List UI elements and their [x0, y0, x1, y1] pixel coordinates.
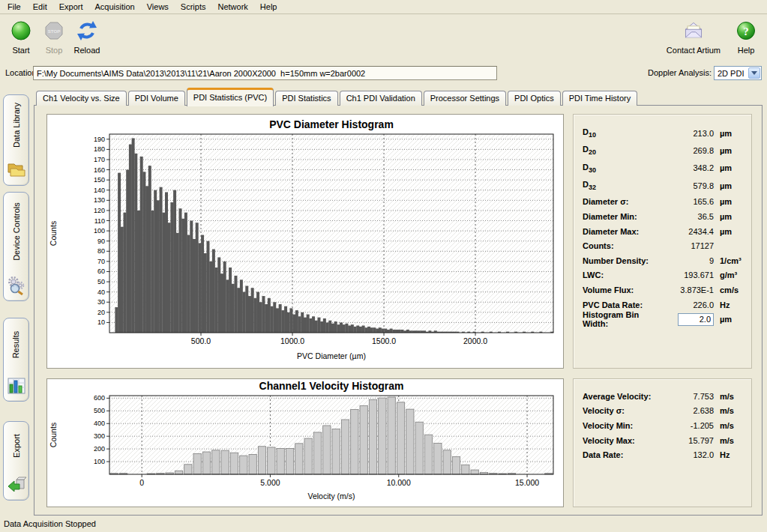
stat-label: Number Density: — [583, 256, 664, 265]
svg-text:1000.0: 1000.0 — [280, 336, 304, 345]
stat-unit: Hz — [714, 450, 744, 459]
stat-unit: m/s — [714, 421, 744, 430]
stat-value: 132.0 — [664, 450, 714, 459]
tab-ch1-velocity-vs-size[interactable]: Ch1 Velocity vs. Size — [36, 91, 127, 106]
svg-text:2000.0: 2000.0 — [463, 336, 487, 345]
bar-chart-icon — [7, 376, 26, 396]
histogram-bin-width-input[interactable] — [678, 313, 714, 326]
stat-label: Diameter σ: — [583, 197, 664, 206]
stat-value: 165.6 — [664, 197, 714, 206]
stat-row-data-rate: Data Rate:132.0Hz — [583, 447, 744, 462]
help-label: Help — [738, 46, 755, 55]
menu-help[interactable]: Help — [254, 1, 283, 13]
start-button[interactable]: Start — [7, 19, 34, 55]
stat-label: Diameter Min: — [583, 212, 664, 221]
location-field[interactable] — [33, 66, 497, 80]
stat-row-lwc: LWC:193.671g/m³ — [583, 268, 744, 283]
stat-unit: µm — [714, 129, 744, 138]
doppler-analysis-select[interactable]: 2D PDI — [714, 66, 762, 80]
stat-row-d10: D10213.0µm — [583, 124, 744, 142]
stat-value: 269.8 — [664, 146, 714, 155]
menu-export[interactable]: Export — [53, 1, 89, 13]
tab-pdi-statistics[interactable]: PDI Statistics — [275, 91, 337, 106]
menu-scripts[interactable]: Scripts — [175, 1, 212, 13]
svg-text:30: 30 — [97, 298, 105, 306]
stat-unit: g/m³ — [714, 270, 744, 279]
reload-label: Reload — [74, 46, 100, 55]
stat-value: 3.873E-1 — [664, 285, 714, 294]
stat-row-histogram-bin-width: Histogram Bin Width:µm — [583, 312, 744, 327]
contact-artium-button[interactable]: Contact Artium — [667, 19, 721, 55]
main-panel: Ch1 Velocity vs. SizePDI VolumePDI Stati… — [34, 85, 763, 516]
reload-button[interactable]: Reload — [73, 19, 100, 55]
pvc-diameter-histogram: 1020304050607080901001101201301401501601… — [46, 114, 564, 369]
stat-value: 213.0 — [664, 129, 714, 138]
tab-pdi-optics[interactable]: PDI Optics — [508, 91, 561, 106]
help-icon: ? — [735, 19, 757, 42]
menu-bar: FileEditExportAcquisitionViewsScriptsNet… — [0, 0, 767, 14]
svg-text:10.000: 10.000 — [387, 478, 411, 487]
status-text: Data Acquisition Stopped — [4, 519, 96, 528]
envelope-icon — [682, 19, 705, 42]
stat-unit: 1/cm³ — [714, 256, 744, 265]
status-bar: Data Acquisition Stopped — [0, 516, 767, 532]
stat-unit: cm/s — [714, 285, 744, 294]
svg-text:PVC Diameter (µm): PVC Diameter (µm) — [297, 351, 366, 360]
svg-text:90: 90 — [97, 238, 105, 245]
stat-row-volume-flux: Volume Flux:3.873E-1cm/s — [583, 282, 744, 297]
tab-ch1-pdi-validation[interactable]: Ch1 PDI Validation — [340, 91, 422, 106]
stat-value: 348.2 — [664, 163, 714, 172]
sidebar-item-device-controls[interactable]: Device Controls — [3, 192, 29, 301]
export-arrow-icon — [7, 475, 26, 495]
stat-value: 2.638 — [664, 406, 714, 415]
stat-value: 579.8 — [664, 181, 714, 190]
stat-label: Velocity σ: — [583, 406, 664, 415]
stat-value: 2434.4 — [664, 227, 714, 236]
tab-pdi-statistics-pvc[interactable]: PDI Statistics (PVC) — [187, 88, 274, 106]
stat-value — [664, 313, 714, 326]
menu-file[interactable]: File — [1, 1, 27, 13]
app-window: FileEditExportAcquisitionViewsScriptsNet… — [0, 0, 767, 532]
menu-acquisition[interactable]: Acquisition — [89, 1, 141, 13]
help-button[interactable]: ? Help — [733, 19, 760, 55]
stat-value: -1.205 — [664, 421, 714, 430]
stat-label: Histogram Bin Width: — [583, 310, 664, 328]
tab-pdi-time-history[interactable]: PDI Time History — [562, 91, 638, 106]
svg-text:0: 0 — [139, 478, 144, 487]
stop-icon: STOP — [43, 19, 65, 42]
tab-processor-settings[interactable]: Processor Settings — [424, 91, 506, 106]
svg-text:200: 200 — [94, 445, 105, 453]
stat-row-average-velocity: Average Velocity:7.753m/s — [583, 389, 744, 404]
svg-text:120: 120 — [94, 207, 105, 214]
menu-network[interactable]: Network — [211, 1, 253, 13]
stat-value: 9 — [664, 256, 714, 265]
sidebar-item-export[interactable]: Export — [3, 421, 29, 501]
stat-unit: µm — [714, 146, 744, 155]
tab-pdi-volume[interactable]: PDI Volume — [128, 91, 185, 106]
menu-views[interactable]: Views — [141, 1, 175, 13]
stat-unit: m/s — [714, 392, 744, 401]
sidebar-label-export: Export — [11, 434, 20, 458]
svg-text:100: 100 — [94, 458, 105, 465]
svg-text:Channel1 Velocity Histogram: Channel1 Velocity Histogram — [259, 380, 404, 392]
stat-row-diameter: Diameter σ:165.6µm — [583, 195, 744, 210]
stat-label: Diameter Max: — [583, 227, 664, 236]
stat-row-diameter-max: Diameter Max:2434.4µm — [583, 224, 744, 239]
svg-text:190: 190 — [94, 136, 105, 143]
sidebar-item-data-library[interactable]: Data Library — [3, 94, 29, 186]
stat-row-velocity: Velocity σ:2.638m/s — [583, 404, 744, 419]
chevron-down-icon[interactable] — [748, 67, 760, 79]
stat-label: D20 — [583, 145, 664, 156]
sidebar-item-results[interactable]: Results — [3, 318, 29, 402]
svg-text:400: 400 — [94, 420, 105, 427]
svg-text:160: 160 — [94, 166, 105, 174]
stat-unit: µm — [714, 315, 744, 324]
velocity-stats-panel: Average Velocity:7.753m/sVelocity σ:2.63… — [573, 378, 752, 507]
sidebar-label-device-controls: Device Controls — [12, 202, 21, 261]
stat-label: Velocity Min: — [583, 421, 664, 430]
stat-unit: Hz — [714, 300, 744, 309]
menu-edit[interactable]: Edit — [27, 1, 53, 13]
svg-text:10: 10 — [97, 318, 105, 326]
stop-button[interactable]: STOP Stop — [40, 19, 67, 55]
stat-unit: µm — [714, 163, 744, 172]
